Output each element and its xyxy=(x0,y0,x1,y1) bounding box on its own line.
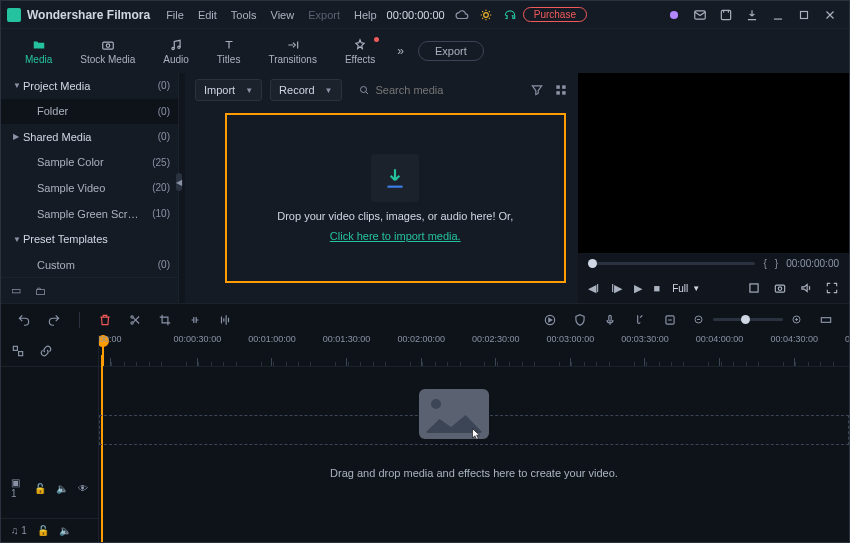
audio-mixer-icon[interactable] xyxy=(633,313,647,327)
speed-icon[interactable] xyxy=(188,313,202,327)
delete-icon[interactable] xyxy=(98,313,112,327)
sidebar-item-label: Sample Color xyxy=(23,156,144,168)
zoom-out-icon[interactable] xyxy=(693,314,705,326)
cloud-icon[interactable] xyxy=(455,8,469,22)
notification-icon[interactable] xyxy=(719,8,733,22)
filter-icon[interactable] xyxy=(530,83,544,97)
sidebar-item-sample-color[interactable]: Sample Color (25) xyxy=(1,150,178,176)
marker-icon[interactable] xyxy=(663,313,677,327)
menu-edit[interactable]: Edit xyxy=(198,9,217,21)
ruler-tick: 00:03:00:00 xyxy=(547,348,595,366)
menu-export[interactable]: Export xyxy=(308,9,340,21)
minimize-icon[interactable] xyxy=(771,8,785,22)
visibility-icon[interactable]: 👁 xyxy=(78,483,88,494)
redo-icon[interactable] xyxy=(47,313,61,327)
privacy-icon[interactable] xyxy=(573,313,587,327)
fit-timeline-icon[interactable] xyxy=(819,313,833,327)
split-icon[interactable] xyxy=(128,313,142,327)
link-icon[interactable] xyxy=(39,344,53,358)
maximize-icon[interactable] xyxy=(797,8,811,22)
tab-audio[interactable]: Audio xyxy=(149,38,203,65)
play-icon[interactable]: ▶ xyxy=(634,282,642,295)
download-icon[interactable] xyxy=(745,8,759,22)
sidebar-item-sample-video[interactable]: Sample Video (20) xyxy=(1,175,178,201)
svg-rect-5 xyxy=(103,42,114,49)
menu-file[interactable]: File xyxy=(166,9,184,21)
chevron-down-icon: ▼ xyxy=(13,81,23,90)
lock-icon[interactable]: 🔓 xyxy=(37,525,49,536)
track-area[interactable]: Drag and drop media and effects here to … xyxy=(99,367,849,542)
sidebar-item-count: (20) xyxy=(144,182,170,193)
lock-icon[interactable]: 🔓 xyxy=(34,483,46,494)
sidebar-item-project-media[interactable]: ▼ Project Media (0) xyxy=(1,73,178,99)
sidebar-item-preset-templates[interactable]: ▼ Preset Templates xyxy=(1,226,178,252)
render-preview-icon[interactable] xyxy=(543,313,557,327)
menu-view[interactable]: View xyxy=(271,9,295,21)
close-icon[interactable] xyxy=(823,8,837,22)
svg-rect-3 xyxy=(721,10,730,19)
import-link[interactable]: Click here to import media. xyxy=(330,230,461,242)
seek-thumb[interactable] xyxy=(588,259,597,268)
next-frame-icon[interactable]: Ⅰ▶ xyxy=(611,282,622,295)
app-logo-icon xyxy=(7,8,21,22)
sidebar-item-shared-media[interactable]: ▶ Shared Media (0) xyxy=(1,124,178,150)
messages-icon[interactable] xyxy=(693,8,707,22)
import-dropdown[interactable]: Import▼ xyxy=(195,79,262,101)
tab-titles[interactable]: Titles xyxy=(203,38,255,65)
select-mode-icon[interactable] xyxy=(11,344,25,358)
zoom-track[interactable] xyxy=(713,318,783,321)
record-dropdown[interactable]: Record▼ xyxy=(270,79,341,101)
search-input[interactable] xyxy=(376,84,514,96)
snapshot-icon[interactable] xyxy=(773,281,787,295)
tab-stock-media[interactable]: Stock Media xyxy=(66,38,149,65)
audio-adjust-icon[interactable] xyxy=(218,313,232,327)
svg-point-9 xyxy=(360,87,366,93)
sidebar-item-label: Preset Templates xyxy=(23,233,144,245)
zoom-in-icon[interactable] xyxy=(791,314,803,326)
tab-media[interactable]: Media xyxy=(11,38,66,65)
voiceover-icon[interactable] xyxy=(603,313,617,327)
tabs-more-icon[interactable]: » xyxy=(397,44,404,58)
support-icon[interactable] xyxy=(503,8,517,22)
tab-transitions[interactable]: Transitions xyxy=(254,38,331,65)
folder-icon[interactable]: 🗀 xyxy=(35,285,46,297)
splitter[interactable]: ◀ xyxy=(179,73,185,303)
undo-icon[interactable] xyxy=(17,313,31,327)
crop-tool-icon[interactable] xyxy=(158,313,172,327)
menu-help[interactable]: Help xyxy=(354,9,377,21)
purchase-button[interactable]: Purchase xyxy=(523,7,587,22)
svg-rect-15 xyxy=(775,285,784,292)
prev-frame-icon[interactable]: ◀Ⅰ xyxy=(588,282,599,295)
stop-icon[interactable]: ■ xyxy=(654,282,661,294)
audio-track-header[interactable]: ♫ 1 🔓 🔈 xyxy=(1,518,98,542)
tab-effects[interactable]: Effects xyxy=(331,38,389,65)
bracket-open[interactable]: { xyxy=(763,258,766,269)
new-folder-icon[interactable]: ▭ xyxy=(11,284,21,297)
sidebar-item-sample-green[interactable]: Sample Green Scre… (10) xyxy=(1,201,178,227)
fullscreen-icon[interactable] xyxy=(825,281,839,295)
media-drop-zone[interactable]: Drop your video clips, images, or audio … xyxy=(225,113,566,283)
svg-point-6 xyxy=(106,43,110,47)
collapse-icon[interactable]: ◀ xyxy=(176,173,182,191)
video-track-header[interactable]: ▣ 1 🔓 🔈 👁 xyxy=(1,458,98,518)
volume-icon[interactable] xyxy=(799,281,813,295)
seek-track[interactable] xyxy=(588,262,756,265)
sidebar-item-custom[interactable]: Custom (0) xyxy=(1,252,178,278)
menu-tools[interactable]: Tools xyxy=(231,9,257,21)
time-ruler[interactable]: 00:0000:00:30:0000:01:00:0000:01:30:0000… xyxy=(99,335,849,366)
mute-icon[interactable]: 🔈 xyxy=(56,483,68,494)
grid-view-icon[interactable] xyxy=(554,83,568,97)
svg-point-7 xyxy=(172,47,174,49)
bracket-close[interactable]: } xyxy=(775,258,778,269)
record-label: Record xyxy=(279,84,314,96)
export-button[interactable]: Export xyxy=(418,41,484,61)
quality-dropdown[interactable]: Full ▼ xyxy=(672,283,700,294)
crop-icon[interactable] xyxy=(747,281,761,295)
media-placeholder-icon[interactable] xyxy=(419,389,489,439)
tab-transitions-label: Transitions xyxy=(268,54,317,65)
zoom-thumb[interactable] xyxy=(741,315,750,324)
idea-icon[interactable] xyxy=(479,8,493,22)
sidebar-item-folder[interactable]: Folder (0) xyxy=(1,99,178,125)
account-icon[interactable] xyxy=(667,8,681,22)
mute-icon[interactable]: 🔈 xyxy=(59,525,71,536)
